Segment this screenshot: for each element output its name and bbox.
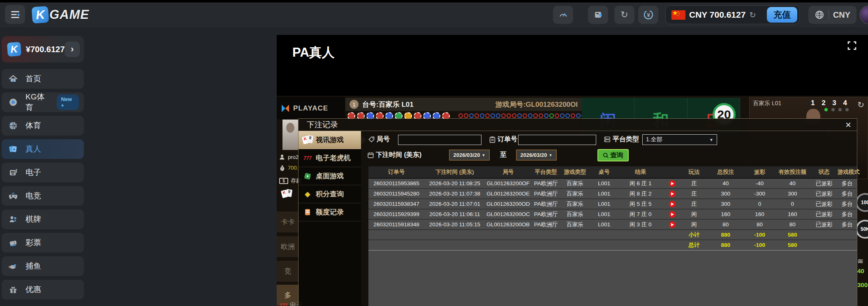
ticket-icon	[8, 238, 18, 248]
cash-icon: $	[279, 178, 288, 184]
sidebar-item-fishing[interactable]: 捕鱼	[2, 256, 84, 276]
slot-777-icon: 777	[303, 155, 312, 161]
menu-toggle-button[interactable]	[5, 5, 25, 24]
brand-logo[interactable]: K GAME	[32, 7, 89, 23]
filter-area: 局号 订单号	[361, 131, 857, 166]
table-row: 2603201159538652026-03-20 11:08:25 GL001…	[368, 178, 857, 189]
document-icon	[303, 209, 312, 215]
language-currency-selector[interactable]: CNY	[808, 6, 856, 24]
chip-100[interactable]: 100	[856, 193, 868, 212]
k-coin-icon: K	[7, 42, 21, 57]
top-black-strip	[0, 0, 868, 2]
lobby-avatar	[282, 120, 298, 150]
camera-indicator-dots	[824, 108, 849, 111]
sidebar-item-label: 真人	[25, 144, 41, 154]
table-label: 台号:百家乐 L01	[362, 100, 414, 109]
camera-numbers[interactable]: 1 2 3 4	[811, 99, 849, 107]
date-to-label: 至	[500, 151, 507, 159]
table-row: 2603201159452802026-03-20 11:07:38 GL001…	[368, 189, 857, 199]
svg-text:$: $	[282, 167, 283, 170]
wallet-balance: CNY 700.6127	[689, 10, 745, 20]
modal-header: 下注记录 ×	[299, 119, 857, 131]
user-avatar[interactable]	[859, 5, 868, 24]
order-filter-label: 订单号	[489, 135, 517, 144]
tab-points-query[interactable]: ◆ 积分查询	[299, 185, 361, 203]
close-icon[interactable]: ×	[845, 120, 851, 130]
game-title-bar: PA真人	[277, 35, 868, 96]
sidebar-item-live-casino[interactable]: ♥ 真人	[2, 139, 84, 159]
replay-video-button[interactable]	[669, 180, 676, 187]
chip-50k[interactable]: 50K	[856, 220, 868, 239]
network-speed-button[interactable]	[553, 6, 573, 24]
platform-filter-label: 平台类型	[604, 135, 639, 144]
bet-records-modal: 下注记录 × K9 视讯游戏 777 电子老虎机 桌面游戏	[298, 118, 857, 306]
sync-icon: ↻	[620, 9, 628, 20]
cards-icon: K9	[303, 136, 312, 145]
round-input[interactable]	[398, 135, 481, 145]
globe-icon	[815, 10, 824, 20]
sidebar-item-home[interactable]: 首页	[2, 69, 84, 89]
sidebar: K ¥700.6127 › 首页 KG体育 New + 体育 ♥ 真人	[2, 36, 84, 303]
lobby-menu-item[interactable]: 欧洲	[277, 236, 299, 258]
sidebar-item-sports[interactable]: 体育	[2, 116, 84, 136]
sidebar-item-kg-sports[interactable]: KG体育 New +	[2, 92, 84, 112]
table-row: 2603201159383472026-03-20 11:07:01 GL001…	[368, 199, 857, 209]
tab-live-games[interactable]: K9 视讯游戏	[299, 131, 361, 149]
wallet-icon	[593, 10, 603, 20]
sidebar-item-esports[interactable]: 电竞	[2, 186, 84, 206]
refresh-balance-icon[interactable]: ↻	[749, 10, 756, 20]
sidebar-balance: ¥700.6127	[26, 45, 65, 54]
provider-name: PLAYACE	[293, 104, 328, 113]
bet-amount-2: 300	[857, 281, 868, 288]
screen: K GAME ↻ ¥ ★✦✦✦ CNY 700.6127	[0, 0, 868, 306]
logo-text: GAME	[49, 7, 89, 22]
table-row: 2603201159183482026-03-20 11:05:15 GL001…	[368, 219, 857, 230]
bet-amount-1: 40	[857, 267, 864, 274]
replay-video-button[interactable]	[669, 221, 676, 228]
lobby-menu-item[interactable]: 竞	[277, 261, 299, 282]
wallet-button[interactable]	[588, 6, 608, 24]
sidebar-item-label: 捕鱼	[25, 261, 41, 271]
sidebar-item-promotions[interactable]: 优惠	[2, 280, 84, 299]
divider	[829, 10, 829, 19]
cards-icon: K9	[282, 189, 292, 198]
sidebar-item-lottery[interactable]: 彩票	[2, 233, 84, 253]
transfer-button[interactable]: ↻	[614, 6, 634, 24]
balance-pill[interactable]: ★✦✦✦ CNY 700.6127 ↻ 充值	[665, 5, 800, 24]
date-to-picker[interactable]: 2026/03/20 ▼	[516, 150, 557, 161]
svg-text:777: 777	[12, 171, 14, 173]
round-filter-label: 局号	[368, 135, 390, 144]
chips-stack-icon: ≋	[857, 257, 863, 266]
currency-exchange-button[interactable]: ¥	[638, 6, 658, 24]
provider-logo: PLAYACE	[277, 97, 345, 120]
modal-tab-column: K9 视讯游戏 777 电子老虎机 桌面游戏 ◆ 积分查询 额度记录	[299, 131, 361, 306]
modal-content: 局号 订单号	[361, 131, 857, 306]
slot-icon: 777	[8, 168, 18, 177]
replay-video-button[interactable]	[669, 201, 676, 207]
lobby-menu-item[interactable]: 卡卡	[277, 212, 299, 233]
fullscreen-button[interactable]	[847, 41, 857, 51]
platform-select[interactable]: 1.全部 ▼	[642, 134, 717, 145]
tab-quota-records[interactable]: 额度记录	[299, 203, 361, 221]
video-refresh-icon[interactable]: ↻	[857, 100, 864, 110]
video-table-label: 百家乐 L01	[753, 100, 781, 107]
yen-circle-icon: ¥	[643, 9, 654, 20]
replay-video-button[interactable]	[669, 211, 676, 218]
sidebar-balance-card[interactable]: K ¥700.6127 ›	[2, 36, 84, 62]
sidebar-item-slots[interactable]: 777 电子	[2, 163, 84, 182]
sidebar-item-label: 优惠	[25, 284, 41, 295]
date-from-picker[interactable]: 2026/03/20 ▼	[449, 150, 490, 161]
sidebar-item-label: 彩票	[25, 237, 41, 248]
tab-table-games[interactable]: 桌面游戏	[299, 167, 361, 185]
replay-video-button[interactable]	[669, 191, 676, 197]
tab-slots[interactable]: 777 电子老虎机	[299, 149, 361, 167]
sidebar-item-board-games[interactable]: 棋牌	[2, 209, 84, 229]
gauge-icon	[558, 10, 568, 20]
deposit-button[interactable]: 充值	[767, 7, 797, 23]
search-button[interactable]: 查询	[597, 149, 629, 161]
expand-balance-button[interactable]: ›	[65, 41, 80, 57]
money-bag-icon: $	[279, 165, 285, 171]
subtotal-row: 小计 880 -100 580	[368, 230, 857, 240]
lobby-live-tab[interactable]: K9	[282, 189, 292, 198]
order-input[interactable]	[518, 135, 596, 145]
